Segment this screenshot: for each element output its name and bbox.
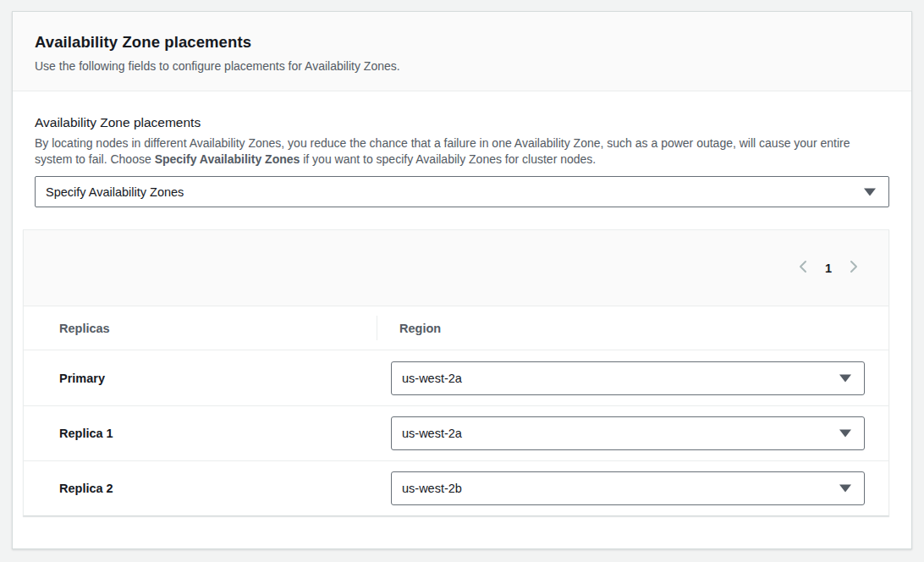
region-select-replica-2-value: us-west-2b <box>402 482 462 495</box>
previous-page-button[interactable] <box>792 257 814 279</box>
caret-down-icon <box>839 430 851 438</box>
column-header-region: Region <box>377 306 888 350</box>
az-placements-field-label: Availability Zone placements <box>35 115 889 130</box>
description-text-tail: if you want to specify Availabily Zones … <box>300 152 596 166</box>
caret-down-icon <box>864 188 876 196</box>
region-select-replica-1[interactable]: us-west-2a <box>391 416 865 450</box>
region-select-primary-value: us-west-2a <box>402 372 462 385</box>
replica-name-label: Primary <box>24 372 370 385</box>
chevron-left-icon <box>798 260 807 276</box>
table-header-row: Replicas Region <box>24 306 888 350</box>
pagination: 1 <box>792 257 865 279</box>
region-cell: us-west-2a <box>370 416 888 450</box>
az-placements-description: By locating nodes in different Availabil… <box>35 135 889 168</box>
current-page-number: 1 <box>821 262 836 275</box>
availability-zone-placements-panel: Availability Zone placements Use the fol… <box>12 11 912 549</box>
table-row-replica-2: Replica 2 us-west-2b <box>24 460 888 515</box>
panel-body: Availability Zone placements By locating… <box>13 91 911 548</box>
az-placement-mode-select[interactable]: Specify Availability Zones <box>35 176 889 207</box>
page-background: Availability Zone placements Use the fol… <box>0 0 924 562</box>
table-toolbar: 1 <box>24 230 888 306</box>
region-select-replica-2[interactable]: us-west-2b <box>391 471 865 505</box>
panel-subtitle: Use the following fields to configure pl… <box>35 59 889 73</box>
panel-title: Availability Zone placements <box>35 33 889 52</box>
az-placement-mode-select-value: Specify Availability Zones <box>46 185 184 199</box>
replica-name-label: Replica 2 <box>24 482 370 495</box>
chevron-right-icon <box>850 260 859 276</box>
region-select-primary[interactable]: us-west-2a <box>391 361 865 395</box>
table-row-replica-1: Replica 1 us-west-2a <box>24 405 888 460</box>
az-placements-table: 1 Replicas Region Primary <box>23 229 889 516</box>
caret-down-icon <box>839 374 851 382</box>
panel-header: Availability Zone placements Use the fol… <box>13 12 911 91</box>
description-bold-text: Specify Availability Zones <box>155 152 300 166</box>
table-row-primary: Primary us-west-2a <box>24 350 888 405</box>
column-header-replicas: Replicas <box>24 322 377 335</box>
region-cell: us-west-2a <box>370 361 888 395</box>
caret-down-icon <box>839 485 851 493</box>
region-select-replica-1-value: us-west-2a <box>402 427 462 440</box>
region-cell: us-west-2b <box>370 471 888 505</box>
next-page-button[interactable] <box>843 257 865 279</box>
replica-name-label: Replica 1 <box>24 427 370 440</box>
